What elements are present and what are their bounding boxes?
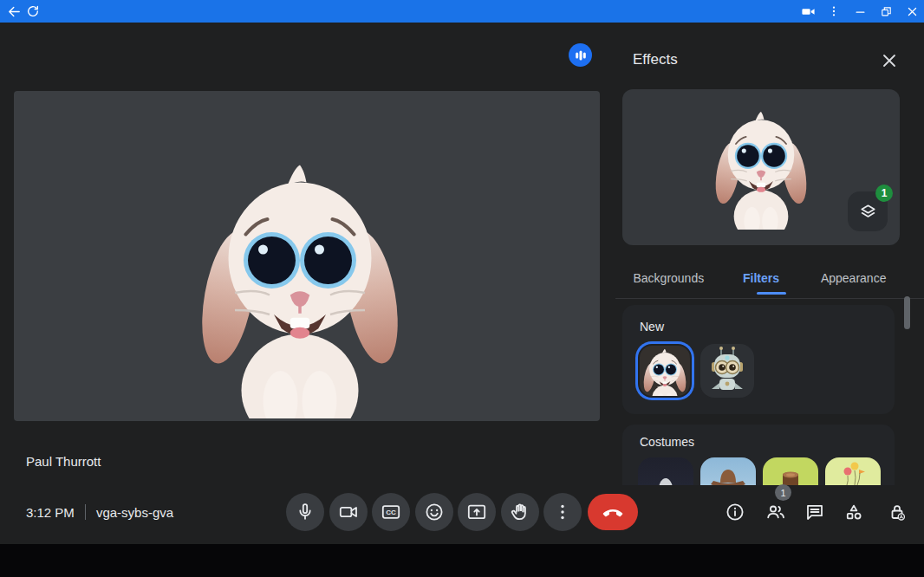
svg-text:CC: CC — [386, 509, 396, 516]
bunny-filter-icon — [641, 347, 688, 398]
kebab-menu-icon — [827, 4, 841, 18]
self-view-preview: 1 — [622, 89, 900, 245]
minimize-icon — [854, 5, 867, 18]
new-filters-section: New — [622, 305, 895, 414]
balloons-icon — [825, 457, 881, 485]
restore-icon — [880, 5, 893, 18]
video-tile — [14, 91, 600, 421]
tab-filters[interactable]: Filters — [715, 260, 808, 296]
lock-person-icon — [887, 502, 908, 522]
chat-button[interactable] — [804, 502, 825, 522]
minimize-button[interactable] — [851, 3, 869, 19]
robot-filter-icon — [700, 344, 754, 398]
captions-button[interactable]: CC — [372, 493, 410, 531]
activities-icon — [843, 502, 864, 522]
close-effects-button[interactable] — [877, 49, 901, 73]
tab-appearance[interactable]: Appearance — [807, 260, 900, 296]
raise-hand-button[interactable] — [501, 493, 539, 531]
active-tab-underline — [757, 292, 786, 295]
meeting-details-button[interactable] — [725, 502, 745, 522]
activities-button[interactable] — [843, 502, 864, 522]
bunny-avatar — [192, 159, 408, 418]
raised-hand-icon — [510, 502, 530, 522]
effects-tabs: Backgrounds Filters Appearance — [622, 260, 900, 296]
meeting-info: 3:12 PM vga-sybs-gva — [26, 485, 173, 539]
tree-stump-icon — [763, 457, 818, 485]
camera-in-use-button[interactable] — [799, 3, 817, 19]
captions-icon: CC — [381, 502, 401, 522]
close-icon — [906, 5, 919, 18]
reactions-button[interactable] — [415, 493, 453, 531]
chromeos-shelf: M 31 N M+ — [0, 544, 924, 577]
people-button[interactable] — [765, 502, 786, 522]
section-label-new: New — [640, 320, 664, 334]
tab-backgrounds[interactable]: Backgrounds — [622, 260, 715, 296]
clock: 3:12 PM — [26, 505, 75, 520]
present-icon — [466, 502, 487, 522]
section-label-costumes: Costumes — [640, 435, 694, 449]
kebab-menu-icon — [552, 502, 573, 522]
chat-icon — [804, 502, 825, 522]
meeting-code: vga-sybs-gva — [96, 505, 173, 520]
microphone-icon — [295, 502, 316, 522]
refresh-button[interactable] — [24, 3, 42, 19]
dark-suit-icon — [638, 457, 693, 485]
browser-titlebar — [0, 0, 924, 23]
more-options-button[interactable] — [543, 493, 582, 531]
videocam-icon — [801, 4, 816, 19]
camera-icon — [338, 502, 359, 522]
cowboy-hat-icon — [700, 457, 756, 485]
host-controls-button[interactable] — [887, 502, 908, 522]
close-icon — [879, 50, 900, 71]
audio-activity-indicator — [569, 43, 592, 67]
costume-balloons[interactable] — [825, 457, 881, 485]
back-button[interactable] — [5, 3, 23, 19]
refresh-icon — [26, 4, 40, 18]
filter-thumbnail-bunny[interactable] — [638, 344, 692, 398]
end-call-button[interactable] — [588, 494, 638, 530]
costume-dark-suit[interactable] — [638, 457, 693, 485]
smiley-icon — [424, 502, 445, 522]
costumes-section: Costumes — [622, 425, 895, 485]
restore-button[interactable] — [877, 3, 895, 19]
costume-tree-stump[interactable] — [763, 457, 818, 485]
participant-name: Paul Thurrott — [26, 454, 101, 469]
effects-panel-title: Effects — [633, 51, 678, 68]
microphone-button[interactable] — [286, 493, 324, 531]
present-screen-button[interactable] — [458, 493, 496, 531]
equalizer-icon — [574, 49, 588, 62]
people-icon — [765, 502, 786, 522]
people-count-badge: 1 — [775, 484, 791, 501]
layers-icon — [858, 202, 878, 222]
panel-scrollbar[interactable] — [904, 296, 910, 329]
filter-thumbnail-robot[interactable] — [700, 344, 754, 398]
info-icon — [725, 502, 745, 522]
effects-panel: Effects 1 Backgrounds Filters Appearance… — [615, 23, 924, 485]
browser-menu-button[interactable] — [825, 3, 843, 19]
info-divider — [85, 504, 86, 520]
close-window-button[interactable] — [903, 3, 921, 19]
back-arrow-icon — [7, 4, 22, 19]
tabs-divider — [615, 298, 924, 299]
window-controls — [799, 0, 921, 23]
screen: Paul Thurrott Effects 1 Backgrounds Filt… — [0, 0, 924, 577]
camera-button[interactable] — [329, 493, 368, 531]
call-end-icon — [602, 501, 624, 523]
bunny-avatar-preview — [711, 108, 811, 230]
costume-cowboy-hat[interactable] — [700, 457, 756, 485]
layers-count-badge: 1 — [875, 185, 893, 202]
